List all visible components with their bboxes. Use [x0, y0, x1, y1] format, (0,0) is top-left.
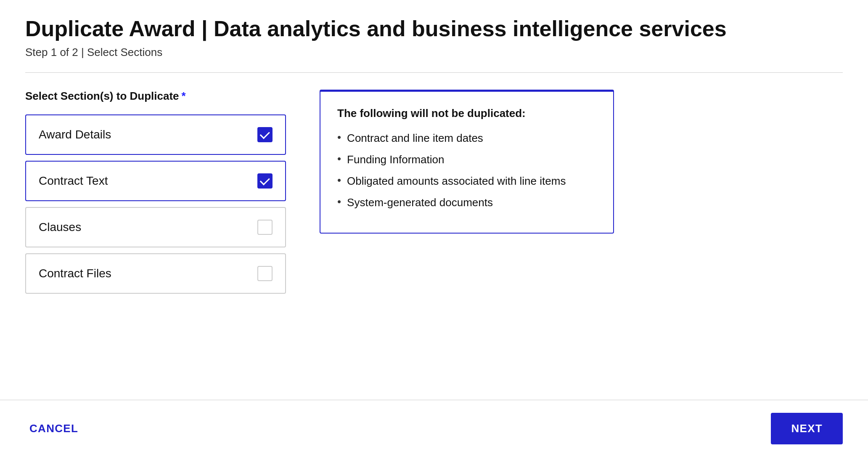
- checkbox-award-details[interactable]: Award Details: [25, 114, 286, 155]
- next-button[interactable]: NEXT: [771, 413, 843, 444]
- step-indicator: Step 1 of 2 | Select Sections: [25, 46, 843, 59]
- info-box: The following will not be duplicated: Co…: [320, 90, 614, 234]
- content-area: Select Section(s) to Duplicate* Award De…: [25, 90, 843, 300]
- list-item: Obligated amounts associated with line i…: [337, 175, 596, 188]
- checkbox-clauses[interactable]: Clauses: [25, 207, 286, 247]
- checkbox-label-contract-text: Contract Text: [39, 174, 108, 188]
- footer: CANCEL NEXT: [0, 400, 868, 457]
- checkbox-label-clauses: Clauses: [39, 221, 81, 234]
- info-box-list: Contract and line item dates Funding Inf…: [337, 132, 596, 209]
- checkbox-icon-award-details: [257, 127, 273, 142]
- checkbox-label-contract-files: Contract Files: [39, 267, 111, 280]
- cancel-button[interactable]: CANCEL: [25, 414, 82, 444]
- checkbox-label-award-details: Award Details: [39, 128, 111, 141]
- right-panel: The following will not be duplicated: Co…: [320, 90, 614, 234]
- page-title: Duplicate Award | Data analytics and bus…: [25, 17, 843, 41]
- list-item: Contract and line item dates: [337, 132, 596, 145]
- required-star: *: [182, 90, 186, 102]
- checkbox-contract-files[interactable]: Contract Files: [25, 253, 286, 294]
- info-box-title: The following will not be duplicated:: [337, 107, 596, 120]
- checkbox-icon-contract-files: [257, 266, 273, 281]
- checkbox-icon-contract-text: [257, 173, 273, 189]
- list-item: System-generated documents: [337, 196, 596, 209]
- checkbox-contract-text[interactable]: Contract Text: [25, 161, 286, 201]
- list-item: Funding Information: [337, 153, 596, 166]
- checkbox-icon-clauses: [257, 220, 273, 235]
- section-label: Select Section(s) to Duplicate*: [25, 90, 286, 103]
- main-content: Duplicate Award | Data analytics and bus…: [0, 0, 868, 400]
- page-wrapper: Duplicate Award | Data analytics and bus…: [0, 0, 868, 457]
- header-divider: [25, 72, 843, 73]
- left-panel: Select Section(s) to Duplicate* Award De…: [25, 90, 286, 300]
